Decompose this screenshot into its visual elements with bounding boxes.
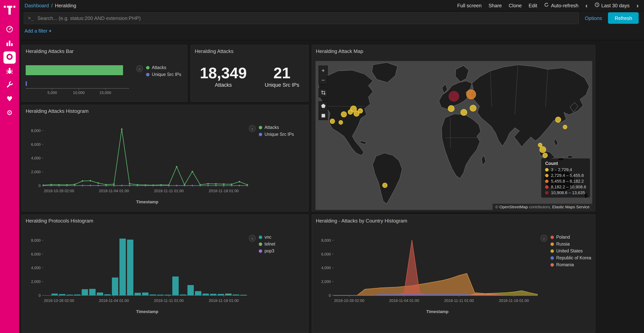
svg-text:2,000: 2,000: [321, 279, 331, 284]
map-count-legend: Count 3 – 2,729.4 2,729.4 – 5,455.8 5,45…: [542, 158, 590, 198]
share-button[interactable]: Share: [488, 3, 502, 8]
svg-text:2018-11-11 01:00: 2018-11-11 01:00: [154, 189, 184, 193]
time-range-picker[interactable]: Last 30 days: [594, 2, 630, 9]
legend-item[interactable]: United States: [550, 249, 591, 253]
svg-text:4,000: 4,000: [31, 266, 41, 270]
time-prev-chevron-icon[interactable]: ‹: [585, 2, 588, 9]
legend-dot: [146, 73, 150, 76]
svg-text:2018-11-18 01:00: 2018-11-18 01:00: [499, 298, 529, 303]
legend-toggle-icon[interactable]: ›: [540, 235, 548, 242]
legend-dot: [550, 242, 554, 246]
map-legend-title: Count: [545, 161, 586, 166]
panel-title: Heralding Attacks Histogram: [22, 105, 308, 116]
legend-item[interactable]: vnc: [259, 235, 275, 239]
time-next-chevron-icon[interactable]: ›: [636, 2, 639, 9]
breadcrumb-dashboard-link[interactable]: Dashboard: [24, 3, 49, 8]
legend-dot: [550, 256, 554, 259]
svg-text:2018-11-18 01:00: 2018-11-18 01:00: [209, 298, 239, 303]
metric-value: 18,349: [200, 65, 247, 81]
refresh-button[interactable]: Refresh: [608, 12, 639, 24]
bar-chart-icon: [6, 40, 14, 48]
sidebar-item-settings[interactable]: ⚙: [0, 106, 19, 120]
sidebar-item-health[interactable]: ♥: [0, 92, 19, 106]
svg-text:2018-11-04 01:00: 2018-11-04 01:00: [389, 298, 419, 303]
draw-polygon-button[interactable]: [318, 101, 328, 111]
draw-rectangle-button[interactable]: [318, 111, 328, 120]
legend-dot: [545, 179, 549, 183]
svg-text:0: 0: [38, 184, 41, 188]
clone-button[interactable]: Clone: [509, 3, 522, 8]
svg-text:2018-11-18 01:00: 2018-11-18 01:00: [209, 189, 239, 193]
legend-dot: [146, 66, 150, 69]
search-input[interactable]: [36, 15, 574, 21]
country-area-chart[interactable]: 02,0004,0006,0008,0002018-10-28 02:00201…: [315, 230, 541, 307]
legend-dot: [259, 242, 262, 246]
options-link[interactable]: Options: [585, 15, 602, 21]
legend-item[interactable]: Attacks: [146, 65, 181, 70]
x-axis-title: Timestamp: [315, 309, 541, 314]
legend-toggle-icon[interactable]: ›: [136, 65, 143, 72]
legend-toggle-icon[interactable]: ›: [249, 125, 256, 132]
legend: › Poland Russia United States Republic o…: [540, 235, 591, 267]
legend-item[interactable]: Poland: [550, 235, 591, 239]
legend-item[interactable]: Unique Src IPs: [259, 132, 294, 137]
gear-icon: ⚙: [6, 109, 13, 116]
world-map-canvas[interactable]: + − Count: [316, 61, 592, 210]
panel-title: Heralding Attacks: [191, 45, 308, 56]
svg-text:6,000: 6,000: [31, 252, 41, 256]
legend-item[interactable]: pop3: [259, 249, 275, 253]
x-axis-title: Timestamp: [25, 199, 251, 204]
ems-link[interactable]: Elastic Maps Service: [552, 204, 590, 209]
sidebar-item-visualize[interactable]: [0, 37, 19, 51]
sidebar-item-dashboards-selected[interactable]: [0, 51, 19, 65]
svg-text:0: 0: [38, 293, 41, 297]
map-legend-row: 10,908.6 – 13,635: [545, 190, 586, 195]
full-screen-button[interactable]: Full screen: [457, 3, 482, 8]
legend-item[interactable]: Russia: [550, 242, 591, 246]
legend-item[interactable]: Republic of Korea: [550, 255, 591, 260]
legend-dot: [550, 249, 554, 253]
panel-title: Heralding Attack Map: [312, 45, 595, 56]
map-legend-row: 2,729.4 – 5,455.8: [545, 173, 586, 178]
t-mobile-logo: [4, 5, 15, 15]
zoom-in-button[interactable]: +: [318, 66, 328, 75]
legend-dot: [545, 168, 549, 171]
svg-text:2018-11-04 01:00: 2018-11-04 01:00: [99, 298, 129, 303]
legend-item[interactable]: Unique Src IPs: [146, 72, 181, 77]
sidebar-item-honeypot[interactable]: [0, 65, 19, 78]
auto-refresh-button[interactable]: Auto-refresh: [544, 2, 578, 9]
map-legend-row: 5,455.8 – 8,182.2: [545, 179, 586, 183]
terminal-prompt-icon: >_: [28, 15, 34, 21]
attacks-bar[interactable]: [26, 65, 123, 75]
legend-item[interactable]: telnet: [259, 242, 275, 246]
edit-button[interactable]: Edit: [528, 3, 537, 8]
hbar-chart[interactable]: 5,00010,00015,000: [26, 63, 137, 96]
osm-link[interactable]: OpenStreetMap: [500, 204, 528, 209]
filter-bar: Add a filter +: [19, 25, 644, 40]
svg-text:8,000: 8,000: [31, 238, 41, 242]
wrench-icon: [6, 81, 14, 90]
legend-item[interactable]: Attacks: [259, 125, 294, 130]
sidebar-item-gauge[interactable]: [0, 23, 19, 37]
panel-attacks-histogram: Heralding Attacks Histogram 02,0004,0006…: [22, 105, 308, 211]
selected-item-background: [4, 51, 16, 64]
map-legend-row: 8,182.2 – 10,908.6: [545, 185, 586, 189]
legend-toggle-icon[interactable]: ›: [249, 235, 256, 242]
fit-data-button[interactable]: [318, 88, 328, 97]
legend-dot: [545, 191, 549, 194]
legend-item[interactable]: Romania: [550, 262, 591, 267]
protocols-bar-chart[interactable]: 02,0004,0006,0008,0002018-10-28 02:00201…: [25, 230, 251, 307]
svg-text:2018-11-04 01:00: 2018-11-04 01:00: [99, 189, 129, 193]
sidebar-item-tools[interactable]: [0, 78, 19, 92]
attacks-line-chart[interactable]: 02,0004,0006,0008,0002018-10-28 02:00201…: [25, 120, 251, 197]
legend: › Attacks Unique Src IPs: [249, 125, 294, 137]
zoom-out-button[interactable]: −: [318, 75, 328, 84]
panel-protocols-histogram: Heralding Protocols Histogram 02,0004,00…: [22, 214, 308, 333]
svg-text:2018-10-28 02:00: 2018-10-28 02:00: [44, 298, 74, 303]
panel-attacks-bar: Heralding Attacks Bar 5,00010,00015,000 …: [22, 45, 188, 102]
add-filter-link[interactable]: Add a filter +: [24, 28, 52, 34]
svg-text:6,000: 6,000: [321, 252, 331, 256]
unique-ips-bar[interactable]: [26, 81, 27, 86]
heart-icon: ♥: [6, 96, 13, 102]
legend: › Attacks Unique Src IPs: [136, 65, 181, 77]
